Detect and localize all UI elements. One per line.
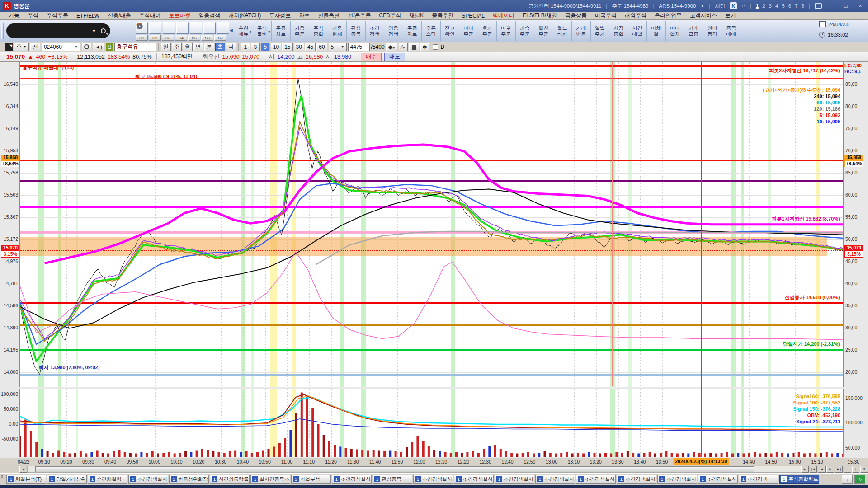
channel-5[interactable]: 5	[782, 3, 784, 9]
menu-item-투자정보[interactable]: 투자정보	[265, 12, 295, 19]
preset-S1[interactable]: S1	[136, 35, 148, 41]
chart-icon[interactable]: ∿	[854, 475, 865, 484]
zoom-out-button[interactable]: −	[844, 466, 851, 473]
menu-item-온라인업무[interactable]: 온라인업무	[651, 12, 686, 19]
bar-count-input[interactable]: 4475	[348, 43, 370, 51]
preset-S3[interactable]: S3	[162, 35, 174, 41]
preset-S2[interactable]: S2	[149, 35, 161, 41]
preset-S6[interactable]: S6	[201, 35, 213, 41]
menu-item-ETF/ELW[interactable]: ETF/ELW	[72, 13, 104, 19]
sell-button[interactable]: 매도	[384, 53, 405, 61]
menu-item-주식대여[interactable]: 주식대여	[135, 12, 165, 19]
menu-item-채널K[interactable]: 채널K	[405, 12, 428, 19]
search-input[interactable]: ▼	[6, 23, 110, 38]
nav-◄[interactable]: ◄	[818, 466, 826, 473]
chart-scrollbar[interactable]	[27, 466, 801, 473]
scroll-left-icon[interactable]: ◄	[19, 466, 27, 473]
volume-chart-plot[interactable]: Signal 60: -376,588Signal 100: -377,553S…	[19, 389, 844, 457]
taskbar-tab-체결분석(T)[interactable]: 1체결분석(T)	[6, 475, 46, 484]
taskbar-tab-조건검색[interactable]: 1조건검색	[739, 475, 778, 484]
channel-3[interactable]: 3	[769, 3, 772, 9]
multi-monitor-icon[interactable]	[815, 3, 822, 9]
add-trendline-icon[interactable]: ⁄₊	[399, 43, 408, 51]
scroll-options-icon[interactable]: ▼	[860, 466, 868, 473]
period-일[interactable]: 일	[161, 43, 171, 51]
channel-7[interactable]: 7	[795, 3, 797, 9]
sound-button[interactable]: ◄)	[93, 43, 104, 51]
quick-item-월드티커[interactable]: 월드티커	[553, 21, 572, 41]
taskbar-tab-시간외등락률[interactable]: 1시간외등락률	[210, 475, 250, 484]
taskbar-tab-당일거래상위[interactable]: 1당일거래상위	[47, 475, 87, 484]
taskbar-tab-순간체결량[interactable]: 1순간체결량	[88, 475, 127, 484]
quick-item-미체결[interactable]: 미체결	[647, 21, 666, 41]
channel-1[interactable]: 1	[756, 3, 759, 9]
home-icon[interactable]: ⌂	[741, 2, 745, 9]
interval-15[interactable]: 15	[282, 43, 292, 51]
close-button[interactable]: ×	[855, 2, 865, 9]
screen-channel-switcher[interactable]: 12345678	[756, 3, 804, 9]
taskbar-tab-실시간종목조회[interactable]: 1실시간종목조회	[250, 475, 290, 484]
preset-S4[interactable]: S4	[175, 35, 187, 41]
quick-item-키움현재[interactable]: 키움현재	[328, 21, 347, 41]
menu-item-보기[interactable]: 보기	[721, 12, 740, 19]
taskbar-tab-조건검색실시[interactable]: 1조건검색실시	[698, 475, 738, 484]
kiwoom-talk-icon[interactable]: K	[730, 2, 737, 9]
quick-item-조건검색[interactable]: 조건검색	[366, 21, 385, 41]
d-checkbox[interactable]	[433, 44, 438, 50]
quick-item-주종차트[interactable]: 주종차트	[403, 21, 422, 41]
quick-item-주식종합[interactable]: 주식종합	[309, 21, 328, 41]
quick-item-펼친주문[interactable]: 펼친주문	[534, 21, 553, 41]
key-icon[interactable]	[149, 22, 161, 34]
interval-10[interactable]: 10	[271, 43, 281, 51]
quick-item-종목매매[interactable]: 종목매매	[722, 21, 741, 41]
menu-item-빅데이터[interactable]: 빅데이터	[489, 12, 519, 19]
download-icon[interactable]: ↓	[842, 475, 853, 484]
quick-item-키움주문[interactable]: 키움주문	[291, 21, 310, 41]
menu-item-캐치(KATCH)[interactable]: 캐치(KATCH)	[224, 12, 265, 19]
collapse-toolbar-icon[interactable]: ◀	[230, 28, 233, 33]
menu-item-신용/대출[interactable]: 신용/대출	[104, 12, 135, 19]
taskbar-tab-조건검색실시[interactable]: 1조건검색실시	[413, 475, 453, 484]
quick-item-시장종합[interactable]: 시장종합	[609, 21, 628, 41]
taskbar-tab-기업분석[interactable]: 1기업분석	[291, 475, 331, 484]
stock-name-field[interactable]: 흥구석유	[114, 43, 156, 51]
restore-button[interactable]: □	[841, 2, 851, 9]
prev-stock-button[interactable]: 전	[30, 43, 40, 51]
taskbar-tab-조건검색실시[interactable]: 1조건검색실시	[657, 475, 697, 484]
channel-6[interactable]: 6	[788, 3, 791, 9]
taskbar-tab-관심종목[interactable]: 1관심종목	[373, 475, 412, 484]
monitor-icon[interactable]	[203, 22, 216, 34]
menu-item-선/옵주문[interactable]: 선/옵주문	[344, 12, 375, 19]
menu-item-고객서비스[interactable]: 고객서비스	[686, 12, 721, 19]
channel-2[interactable]: 2	[762, 3, 765, 9]
quick-item-주식툴바[interactable]: 주식툴바▼	[253, 21, 272, 41]
quick-item-미니업차[interactable]: 미니업차	[666, 21, 685, 41]
add-indicator-icon[interactable]: ◆₊	[386, 43, 398, 51]
menu-item-기능[interactable]: 기능	[5, 12, 24, 19]
preset-S7[interactable]: S7	[214, 35, 226, 41]
menu-item-미국주식[interactable]: 미국주식	[591, 12, 621, 19]
channel-4[interactable]: 4	[775, 3, 778, 9]
menu-item-차트[interactable]: 차트	[295, 12, 314, 19]
menu-item-CFD주식[interactable]: CFD주식	[375, 12, 406, 19]
count-select[interactable]: 5▼	[329, 43, 347, 51]
chart-settings-icon[interactable]: ✱	[420, 43, 429, 51]
interval-3[interactable]: 3	[251, 43, 260, 51]
taskbar-tab-조건검색실시[interactable]: 1조건검색실시	[576, 475, 616, 484]
quick-item-관심종목[interactable]: 관심종목	[347, 21, 366, 41]
scroll-right-icon[interactable]: ►	[801, 466, 809, 473]
interval-45[interactable]: 45	[305, 43, 316, 51]
taskbar-tab-주식종합차트[interactable]: 1주식종합차트	[779, 475, 819, 484]
taskbar-close-icon[interactable]: x	[1, 474, 3, 479]
phone-dropdown-icon[interactable]: ▼	[700, 4, 704, 8]
period-년[interactable]: 년	[193, 43, 203, 51]
interval-60[interactable]: 60	[316, 43, 327, 51]
taskbar-tab-조건검색실시[interactable]: 1조건검색실시	[128, 475, 168, 484]
menu-item-종목추천[interactable]: 종목추천	[428, 12, 458, 19]
menu-item-선물옵션[interactable]: 선물옵션	[314, 12, 344, 19]
toolbar-grip[interactable]	[1, 23, 4, 39]
interval-1[interactable]: 1	[241, 43, 250, 51]
taskbar-tab-변동성완화장치[interactable]: 1변동성완화장치	[169, 475, 209, 484]
minimize-button[interactable]: —	[826, 2, 836, 9]
quick-item-시간대별[interactable]: 시간대별	[628, 21, 647, 41]
